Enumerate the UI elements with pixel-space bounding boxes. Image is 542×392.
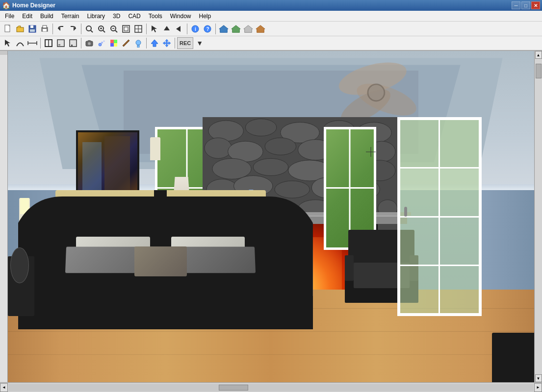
- menu-cad[interactable]: CAD: [124, 12, 144, 21]
- house-roof-button[interactable]: [255, 23, 266, 35]
- right-scrollbar: ▲ ▼: [534, 51, 542, 382]
- right-wall: [482, 190, 534, 290]
- viewport-3d[interactable]: [8, 51, 534, 382]
- separator-t2-1: [40, 38, 41, 49]
- separator-t2-3: [146, 38, 147, 49]
- arrow-right-button[interactable]: [173, 23, 185, 35]
- save-button[interactable]: [26, 23, 38, 35]
- maximize-button[interactable]: □: [521, 1, 530, 9]
- svg-rect-6: [43, 29, 47, 31]
- svg-point-49: [101, 42, 103, 44]
- svg-rect-44: [71, 45, 73, 47]
- arrow-up-tool[interactable]: [149, 37, 160, 49]
- zoom-out-button[interactable]: [108, 23, 120, 35]
- stair-tool[interactable]: [55, 37, 67, 49]
- svg-point-74: [212, 159, 251, 179]
- help-button[interactable]: ?: [202, 23, 213, 35]
- zoom-in-button[interactable]: [96, 23, 107, 35]
- menu-window[interactable]: Window: [166, 12, 195, 21]
- house-front-button[interactable]: [218, 23, 230, 35]
- menu-terrain[interactable]: Terrain: [57, 12, 83, 21]
- svg-rect-19: [123, 25, 129, 32]
- scroll-right-button[interactable]: ►: [534, 383, 542, 392]
- undo-button[interactable]: [55, 23, 67, 35]
- material-tool[interactable]: [108, 37, 120, 49]
- scroll-left-button[interactable]: ◄: [0, 383, 8, 392]
- svg-text:?: ?: [206, 26, 209, 32]
- svg-point-68: [205, 138, 232, 158]
- menu-build[interactable]: Build: [36, 12, 57, 21]
- scroll-down-button[interactable]: ▼: [535, 374, 542, 382]
- menu-library[interactable]: Library: [83, 12, 109, 21]
- scroll-thumb-horizontal[interactable]: [219, 385, 248, 391]
- svg-point-81: [275, 181, 310, 198]
- svg-rect-54: [114, 43, 117, 47]
- bottom-scrollbar: ◄ ►: [0, 382, 542, 392]
- separator-3: [146, 24, 147, 34]
- armchair-bottom-right: [492, 333, 534, 382]
- separator-4: [187, 24, 187, 34]
- svg-rect-3: [30, 25, 33, 28]
- window-title: Home Designer: [12, 2, 512, 9]
- bedside-table-left: [8, 256, 34, 316]
- record-dropdown[interactable]: ▼: [194, 37, 206, 49]
- wall-tool[interactable]: [67, 37, 79, 49]
- house-3d-button[interactable]: [242, 23, 254, 35]
- arc-tool[interactable]: [14, 37, 26, 49]
- svg-point-62: [368, 84, 385, 101]
- svg-marker-26: [176, 26, 181, 32]
- app-icon: 🏠: [2, 1, 10, 9]
- menu-3d[interactable]: 3D: [109, 12, 124, 21]
- svg-point-70: [265, 138, 296, 155]
- separator-2: [81, 24, 81, 34]
- pillow-center-deco: [134, 246, 187, 276]
- menu-bar: File Edit Build Terrain Library 3D CAD T…: [0, 11, 542, 22]
- zoom-glass-button[interactable]: [83, 23, 95, 35]
- scroll-track-horizontal[interactable]: [9, 384, 533, 391]
- scroll-thumb-vertical[interactable]: [536, 64, 542, 78]
- main-area: ▲ ▼: [0, 51, 542, 382]
- menu-file[interactable]: File: [1, 12, 18, 21]
- select-button[interactable]: [149, 23, 160, 35]
- svg-marker-57: [151, 40, 158, 47]
- scroll-track-vertical[interactable]: [535, 59, 542, 374]
- minimize-button[interactable]: ─: [512, 1, 520, 9]
- spray-tool[interactable]: [96, 37, 107, 49]
- toolbar-primary: i ?: [0, 22, 542, 36]
- open-button[interactable]: [14, 23, 26, 35]
- dimension-tool[interactable]: [26, 37, 38, 49]
- svg-marker-35: [5, 40, 10, 47]
- zoom-fit-button[interactable]: [120, 23, 132, 35]
- new-button[interactable]: [2, 23, 14, 35]
- record-button[interactable]: REC: [177, 37, 193, 49]
- scroll-up-button[interactable]: ▲: [535, 51, 542, 59]
- menu-help[interactable]: Help: [195, 12, 215, 21]
- menu-edit[interactable]: Edit: [18, 12, 36, 21]
- arrow-up-button[interactable]: [161, 23, 173, 35]
- window-controls: ─ □ ✕: [512, 1, 540, 9]
- svg-rect-51: [110, 40, 114, 43]
- separator-1: [52, 24, 53, 34]
- redo-button[interactable]: [67, 23, 79, 35]
- svg-line-11: [91, 30, 93, 32]
- camera-tool[interactable]: [83, 37, 95, 49]
- brush-tool[interactable]: [120, 37, 132, 49]
- menu-tools[interactable]: Tools: [145, 12, 166, 21]
- french-door: [397, 117, 482, 316]
- svg-rect-7: [43, 25, 47, 28]
- zoom-extents-button[interactable]: [132, 23, 144, 35]
- print-button[interactable]: [39, 23, 51, 35]
- svg-marker-24: [152, 25, 157, 32]
- close-button[interactable]: ✕: [531, 1, 540, 9]
- svg-rect-1: [17, 27, 24, 32]
- info-button[interactable]: i: [189, 23, 201, 35]
- select2-tool[interactable]: [132, 37, 144, 49]
- svg-line-15: [103, 30, 105, 32]
- svg-marker-25: [164, 26, 170, 30]
- right-sconce: [150, 137, 160, 171]
- floor-plan-tool[interactable]: [43, 37, 54, 49]
- house-side-button[interactable]: [230, 23, 242, 35]
- move-tool[interactable]: [161, 37, 173, 49]
- pointer-tool[interactable]: [2, 37, 14, 49]
- separator-t2-2: [81, 38, 81, 49]
